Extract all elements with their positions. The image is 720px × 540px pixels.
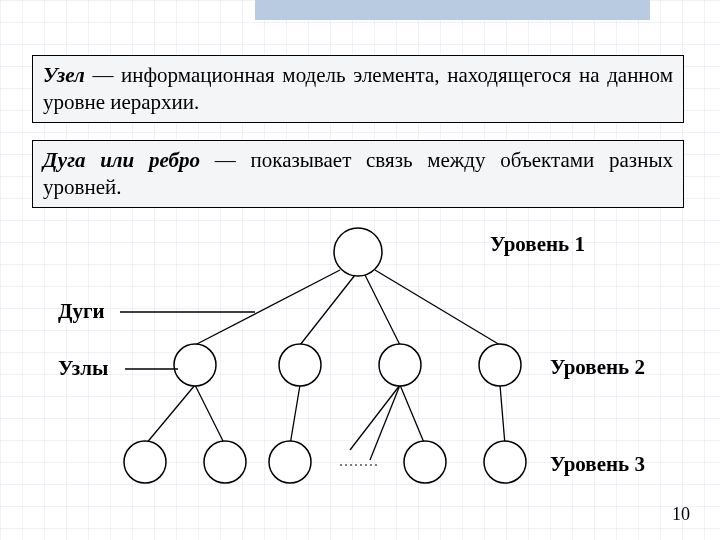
svg-point-20 [404, 441, 446, 483]
svg-line-4 [145, 385, 195, 445]
svg-line-5 [195, 385, 225, 445]
page-number: 10 [672, 504, 690, 525]
svg-line-0 [195, 270, 340, 345]
svg-point-14 [279, 344, 321, 386]
svg-line-6 [290, 385, 300, 445]
label-level-1: Уровень 1 [490, 232, 585, 257]
svg-point-21 [484, 441, 526, 483]
svg-point-12 [334, 228, 382, 276]
svg-line-2 [365, 275, 400, 345]
svg-line-1 [300, 275, 355, 345]
svg-line-9 [400, 385, 425, 445]
svg-point-18 [204, 441, 246, 483]
label-nodes: Узлы [58, 356, 108, 381]
label-arcs: Дуги [58, 299, 105, 324]
svg-line-8 [370, 385, 400, 460]
svg-line-7 [350, 385, 400, 450]
svg-point-19 [269, 441, 311, 483]
svg-point-16 [479, 344, 521, 386]
svg-point-15 [379, 344, 421, 386]
svg-point-13 [174, 344, 216, 386]
label-level-2: Уровень 2 [550, 355, 645, 380]
label-level-3: Уровень 3 [550, 452, 645, 477]
svg-line-10 [500, 385, 505, 445]
svg-point-17 [124, 441, 166, 483]
